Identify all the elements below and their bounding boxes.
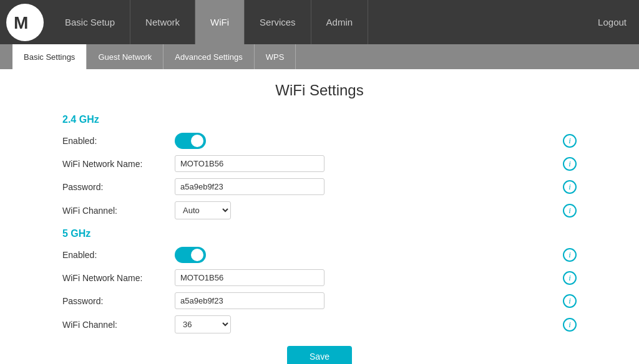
band-5-ssid-row: WiFi Network Name: i [25, 269, 614, 286]
save-button-wrap: Save [25, 346, 614, 364]
band-5-ssid-label: WiFi Network Name: [62, 273, 175, 283]
band-24-enabled-row: Enabled: i [25, 133, 614, 149]
band-5-ssid-input[interactable] [175, 269, 324, 286]
band-24-ssid-input[interactable] [175, 155, 324, 172]
main-content: WiFi Settings 2.4 GHz Enabled: i WiFi Ne… [0, 69, 639, 364]
band-24-section-title: 2.4 GHz [62, 114, 614, 125]
band-5-password-input[interactable] [175, 292, 324, 309]
band-5-ssid-control [175, 269, 563, 286]
band-24-enabled-info[interactable]: i [563, 134, 577, 148]
band-24-password-row: Password: i [25, 178, 614, 195]
band-5-channel-row: WiFi Channel: 36 404448 149153157161 i [25, 315, 614, 333]
nav-services[interactable]: Services [245, 0, 311, 44]
band-24-password-info[interactable]: i [563, 180, 577, 194]
band-5-password-info[interactable]: i [563, 294, 577, 308]
band-24-channel-info[interactable]: i [563, 204, 577, 218]
band-24-ssid-control [175, 155, 563, 172]
save-button[interactable]: Save [287, 346, 352, 364]
band-24-enabled-label: Enabled: [62, 136, 175, 146]
logout-button[interactable]: Logout [592, 17, 633, 27]
band-5-password-label: Password: [62, 296, 175, 306]
band-5-enabled-toggle[interactable] [175, 247, 206, 263]
band-24-enabled-toggle[interactable] [175, 133, 206, 149]
band-5-password-row: Password: i [25, 292, 614, 309]
nav-wifi[interactable]: WiFi [195, 0, 245, 44]
brand-logo: M [6, 4, 44, 41]
band-24-ssid-row: WiFi Network Name: i [25, 155, 614, 172]
band-24-password-control [175, 178, 563, 195]
band-5-enabled-label: Enabled: [62, 250, 175, 260]
nav-admin[interactable]: Admin [311, 0, 369, 44]
nav-items: Basic Setup Network WiFi Services Admin [50, 0, 592, 44]
band-5-enabled-info[interactable]: i [563, 248, 577, 262]
nav-network[interactable]: Network [130, 0, 195, 44]
band-5-password-control [175, 292, 563, 309]
band-24-password-input[interactable] [175, 178, 324, 195]
band-24-channel-label: WiFi Channel: [62, 206, 175, 216]
band-24-password-label: Password: [62, 182, 175, 192]
tab-wps[interactable]: WPS [255, 44, 296, 69]
band-5-ssid-info[interactable]: i [563, 271, 577, 285]
band-5-enabled-row: Enabled: i [25, 247, 614, 263]
band-5-channel-select[interactable]: 36 404448 149153157161 [175, 315, 231, 333]
band-5-section-title: 5 GHz [62, 228, 614, 239]
tab-basic-settings[interactable]: Basic Settings [12, 44, 87, 69]
tab-guest-network[interactable]: Guest Network [87, 44, 163, 69]
band-5-channel-label: WiFi Channel: [62, 320, 175, 330]
band-24-channel-select[interactable]: Auto 123 456 789 1011 [175, 201, 231, 219]
band-24-enabled-control [175, 133, 563, 149]
band-5-channel-info[interactable]: i [563, 318, 577, 332]
top-navigation: M Basic Setup Network WiFi Services Admi… [0, 0, 639, 44]
band-24-channel-row: WiFi Channel: Auto 123 456 789 1011 i [25, 201, 614, 219]
sub-navigation: Basic Settings Guest Network Advanced Se… [0, 44, 639, 69]
band-24-ssid-info[interactable]: i [563, 157, 577, 171]
band-5-enabled-control [175, 247, 563, 263]
nav-basic-setup[interactable]: Basic Setup [50, 0, 130, 44]
band-5-channel-control: 36 404448 149153157161 [175, 315, 563, 333]
band-24-ssid-label: WiFi Network Name: [62, 159, 175, 169]
page-title: WiFi Settings [25, 82, 614, 99]
svg-text:M: M [14, 13, 28, 32]
tab-advanced-settings[interactable]: Advanced Settings [163, 44, 254, 69]
band-24-channel-control: Auto 123 456 789 1011 [175, 201, 563, 219]
